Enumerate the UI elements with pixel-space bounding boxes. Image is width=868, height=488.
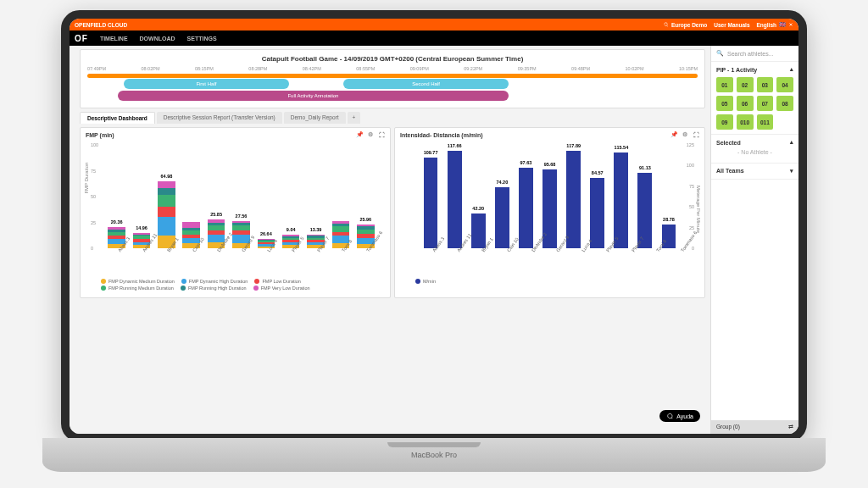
timeline-period[interactable]: First Half — [124, 79, 288, 89]
time-tick: 08:02PM — [141, 66, 159, 71]
y-axis-label: Meterage Per Minute — [696, 186, 701, 233]
selected-empty: - No Athlete - — [716, 146, 793, 158]
brand-label: OPENFIELD CLOUD — [75, 22, 127, 28]
tab-session-report[interactable]: Descriptive Session Report (Transfer Ver… — [157, 112, 282, 124]
pip-tile[interactable]: 09 — [716, 114, 733, 130]
pip-tile[interactable]: 02 — [737, 77, 754, 92]
expand-icon[interactable]: ⛶ — [378, 131, 385, 138]
time-tick: 10:02PM — [626, 66, 644, 71]
all-teams-selector[interactable]: All Teams ▾ — [711, 164, 798, 180]
help-button[interactable]: Ayuda — [659, 410, 700, 422]
pip-tile[interactable]: 010 — [737, 114, 754, 130]
flag-gb-icon: 🇬🇧 — [779, 21, 786, 28]
region-selector[interactable]: Europe Demo — [664, 21, 707, 28]
time-tick: 09:22PM — [464, 66, 482, 71]
time-tick: 07:49PM — [87, 66, 106, 71]
shuffle-icon: ⇄ — [788, 424, 793, 430]
chevron-down-icon: ▾ — [790, 168, 793, 175]
search-athletes[interactable]: 🔍 Search athletes... — [711, 46, 798, 62]
chart-title: Intensidad- Distancia (m/min) — [400, 132, 483, 138]
tab-daily-report[interactable]: Demo_Daily Report — [284, 112, 346, 124]
pip-tile[interactable]: 011 — [757, 114, 774, 130]
pip-tile[interactable]: 04 — [776, 77, 793, 92]
expand-icon[interactable]: ⛶ — [693, 131, 699, 138]
timeline-full-range[interactable] — [87, 74, 698, 78]
timeline-card: Catapult Football Game - 14/09/2019 GMT+… — [80, 49, 705, 108]
selected-header[interactable]: Selected ▴ — [716, 139, 793, 146]
time-tick: 09:09PM — [410, 66, 429, 71]
pip-header[interactable]: PIP - 1 Activity ▴ — [716, 66, 793, 73]
tab-descriptive-dashboard[interactable]: Descriptive Dashboard — [80, 112, 155, 124]
group-footer[interactable]: Group (0) ⇄ — [711, 420, 798, 434]
pip-tile[interactable]: 07 — [757, 96, 774, 111]
language-selector[interactable]: English 🇬🇧 — [757, 21, 793, 28]
time-tick: 08:28PM — [248, 66, 267, 71]
time-tick: 10:15PM — [679, 66, 698, 71]
timeline-period[interactable]: Second Half — [343, 79, 508, 89]
time-tick: 08:42PM — [303, 66, 321, 71]
timeline-full-annotation[interactable]: Full Activity Annotation — [118, 91, 509, 101]
main-nav: OF TIMELINE DOWNLOAD SETTINGS — [70, 30, 798, 46]
chart-legend: FMP Dynamic Medium DurationFMP Dynamic H… — [86, 277, 385, 294]
pip-tile[interactable]: 01 — [716, 77, 733, 92]
nav-download[interactable]: DOWNLOAD — [140, 36, 175, 42]
nav-timeline[interactable]: TIMELINE — [100, 36, 128, 42]
user-manuals-link[interactable]: User Manuals — [714, 21, 749, 28]
pip-tile[interactable]: 06 — [737, 96, 754, 111]
time-tick: 09:35PM — [518, 66, 537, 71]
time-axis: 07:49PM08:02PM08:15PM08:28PM08:42PM08:55… — [87, 66, 698, 71]
time-tick: 08:55PM — [356, 66, 375, 71]
time-tick: 08:15PM — [195, 66, 214, 71]
y-axis-label: FMP Duration — [84, 163, 89, 194]
gear-icon[interactable]: ⚙ — [367, 131, 374, 138]
time-tick: 09:48PM — [571, 66, 590, 71]
close-icon[interactable] — [788, 22, 793, 27]
athlete-sidebar: 🔍 Search athletes... PIP - 1 Activity ▴ … — [710, 46, 798, 434]
pin-icon[interactable]: 📌 — [356, 131, 363, 138]
chart-intensidad: Intensidad- Distancia (m/min) 📌 ⚙ ⛶ Mete… — [394, 127, 705, 298]
chevron-up-icon: ▴ — [790, 66, 793, 73]
timeline-periods: First HalfSecond Half — [87, 79, 698, 89]
top-bar: OPENFIELD CLOUD Europe Demo User Manuals… — [70, 19, 798, 30]
chart-title: FMP (min) — [86, 132, 114, 138]
pip-tile[interactable]: 03 — [757, 77, 774, 92]
timeline-title: Catapult Football Game - 14/09/2019 GMT+… — [87, 55, 698, 63]
search-icon — [664, 22, 669, 27]
chat-icon — [666, 413, 673, 419]
tab-add[interactable]: + — [348, 112, 361, 124]
pip-tile[interactable]: 05 — [716, 96, 733, 111]
pip-tile[interactable]: 08 — [776, 96, 793, 111]
gear-icon[interactable]: ⚙ — [682, 131, 688, 138]
search-icon: 🔍 — [716, 50, 724, 57]
chart-legend: M/min — [400, 277, 699, 287]
nav-settings[interactable]: SETTINGS — [187, 36, 217, 42]
chart-fmp: FMP (min) 📌 ⚙ ⛶ FMP Duration 0 — [80, 127, 391, 298]
dashboard-tabs: Descriptive Dashboard Descriptive Sessio… — [80, 112, 705, 124]
chevron-up-icon: ▴ — [790, 139, 793, 146]
pin-icon[interactable]: 📌 — [670, 131, 677, 138]
